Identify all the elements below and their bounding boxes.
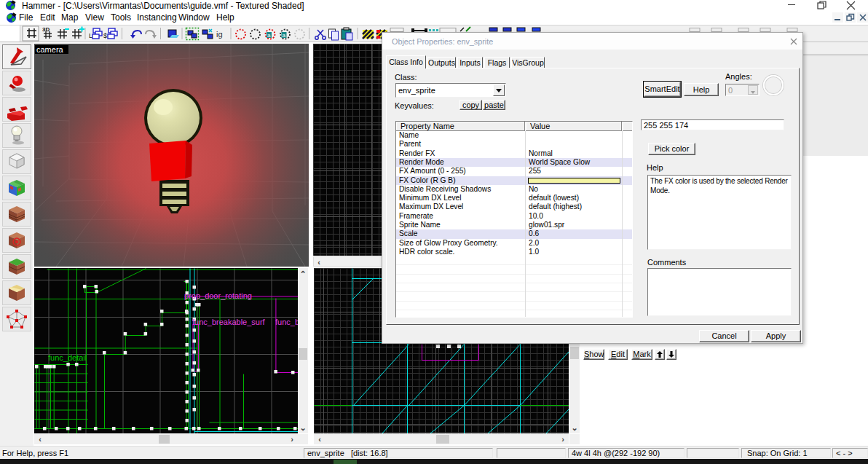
svg-text:$: $ <box>103 32 107 39</box>
svg-text:ig: ig <box>216 30 223 39</box>
svg-text:a: a <box>267 32 271 39</box>
svg-text:L: L <box>89 32 92 39</box>
svg-text:func_breakable_surf: func_breakable_surf <box>192 318 266 326</box>
svg-text:3D: 3D <box>42 26 50 33</box>
svg-text:a: a <box>283 32 286 39</box>
svg-text:func_detail: func_detail <box>48 353 87 362</box>
svg-text:func_b: func_b <box>275 318 298 326</box>
svg-text:prop_door_rotating: prop_door_rotating <box>184 291 252 300</box>
